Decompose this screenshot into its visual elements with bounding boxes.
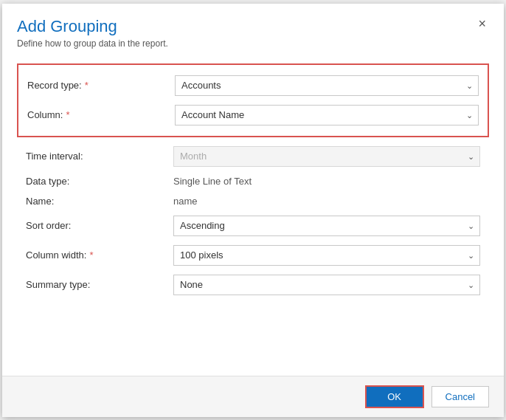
sort-order-select[interactable]: Ascending Descending [173,216,480,236]
data-type-text: Single Line of Text [173,176,252,187]
ok-button[interactable]: OK [365,385,424,408]
column-width-label: Column width: * [26,249,173,261]
column-select-wrapper: Account Name Account Number Account Rati… [175,105,479,125]
add-grouping-dialog: Add Grouping Define how to group data in… [2,4,504,417]
column-select[interactable]: Account Name Account Number Account Rati… [175,105,479,125]
column-required: * [66,109,69,120]
column-width-select[interactable]: 100 pixels 150 pixels 200 pixels 250 pix… [173,245,480,266]
time-interval-control: Month Day Week Quarter Year ⌄ [173,146,480,167]
summary-type-label: Summary type: [26,279,173,290]
dialog-body: Record type: * Accounts Contacts Leads O… [2,56,504,376]
name-row: Name: name [17,191,489,211]
summary-type-row: Summary type: None Sum Average Count Min… [17,270,489,300]
time-interval-select-wrapper: Month Day Week Quarter Year ⌄ [173,146,480,167]
cancel-button[interactable]: Cancel [432,386,489,407]
time-interval-row: Time interval: Month Day Week Quarter Ye… [17,142,489,171]
name-label: Name: [26,196,173,207]
data-type-label: Data type: [26,176,173,187]
record-type-required: * [85,80,89,91]
data-type-value: Single Line of Text [173,176,480,187]
column-width-control: 100 pixels 150 pixels 200 pixels 250 pix… [173,245,480,266]
sort-order-label: Sort order: [26,220,173,231]
sort-order-control: Ascending Descending ⌄ [173,216,480,236]
name-value: name [173,196,480,207]
title-block: Add Grouping Define how to group data in… [17,17,168,49]
name-text: name [173,196,198,207]
summary-type-select[interactable]: None Sum Average Count Min Max [173,275,480,295]
data-type-row: Data type: Single Line of Text [17,171,489,191]
summary-type-control: None Sum Average Count Min Max ⌄ [173,275,480,295]
column-row: Column: * Account Name Account Number Ac… [27,100,479,130]
record-type-select-wrapper: Accounts Contacts Leads Opportunities ⌄ [175,75,479,96]
required-fields-section: Record type: * Accounts Contacts Leads O… [17,63,489,137]
record-type-label: Record type: * [27,80,175,91]
column-width-required: * [89,249,93,261]
record-type-row: Record type: * Accounts Contacts Leads O… [27,71,479,100]
column-width-row: Column width: * 100 pixels 150 pixels 20… [17,241,489,270]
dialog-subtitle: Define how to group data in the report. [17,38,168,49]
column-width-select-wrapper: 100 pixels 150 pixels 200 pixels 250 pix… [173,245,480,266]
time-interval-label: Time interval: [26,151,173,162]
dialog-header: Add Grouping Define how to group data in… [2,4,504,56]
column-label: Column: * [27,109,175,120]
summary-type-select-wrapper: None Sum Average Count Min Max ⌄ [173,275,480,295]
sort-order-select-wrapper: Ascending Descending ⌄ [173,216,480,236]
record-type-select[interactable]: Accounts Contacts Leads Opportunities [175,75,479,96]
column-control: Account Name Account Number Account Rati… [175,105,479,125]
dialog-title: Add Grouping [17,17,168,36]
close-button[interactable]: × [475,17,489,30]
record-type-control: Accounts Contacts Leads Opportunities ⌄ [175,75,479,96]
dialog-footer: OK Cancel [2,376,504,417]
sort-order-row: Sort order: Ascending Descending ⌄ [17,211,489,241]
time-interval-select[interactable]: Month Day Week Quarter Year [173,146,480,167]
